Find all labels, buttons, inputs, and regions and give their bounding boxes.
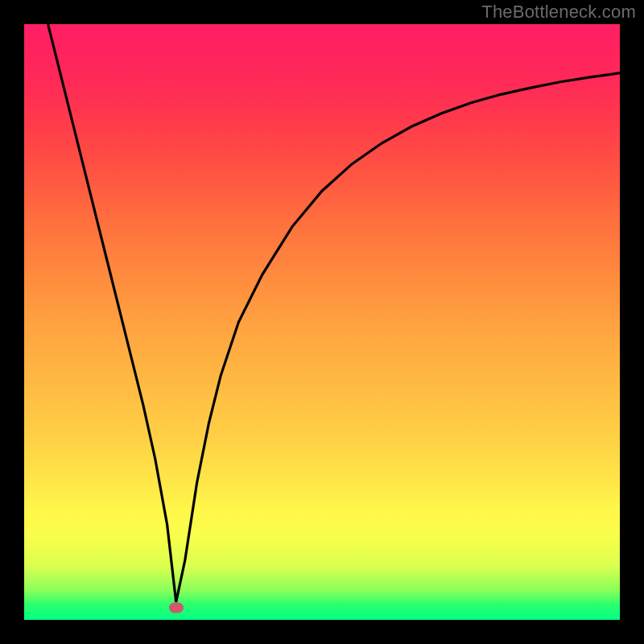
bottleneck-curve: [48, 24, 620, 602]
watermark-text: TheBottleneck.com: [481, 2, 636, 23]
plot-area: [24, 24, 620, 620]
curve-svg: [24, 24, 620, 620]
minimum-marker: [169, 603, 184, 613]
chart-frame: TheBottleneck.com: [0, 0, 644, 644]
